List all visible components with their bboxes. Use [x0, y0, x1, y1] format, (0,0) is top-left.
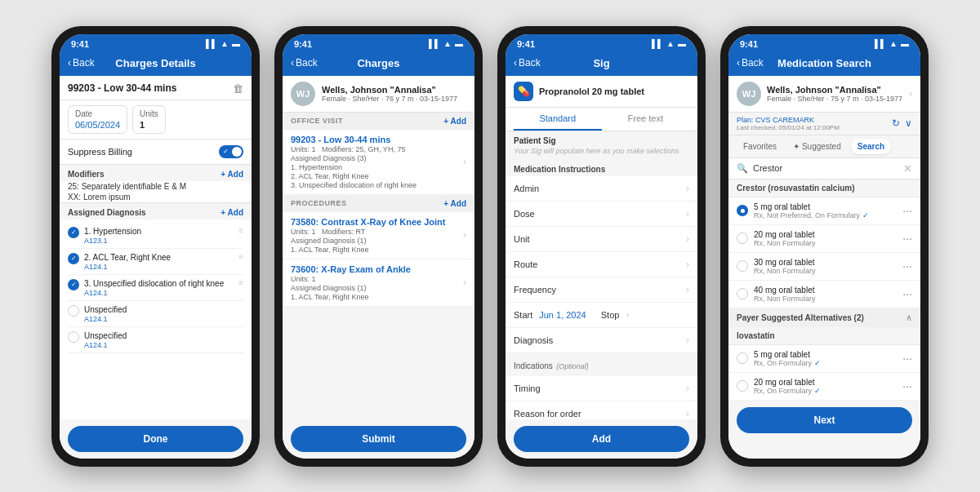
- sig-field-start-stop[interactable]: Start Jun 1, 2024 Stop ›: [506, 303, 697, 328]
- diag-check-3: [68, 305, 79, 317]
- payer-section: Payer Suggested Alternatives (2) ∧: [728, 308, 920, 327]
- nav-bar-1: ‹ Back Charges Details: [60, 52, 252, 76]
- patient-banner-2: WJ Wells, Johnson "Annalisa" Female · Sh…: [283, 76, 474, 113]
- status-bar-3: 9:41 ▌▌ ▲ ▬: [506, 34, 697, 52]
- charge-row-0[interactable]: 99203 - Low 30-44 mins Units: 1 Modifier…: [283, 130, 474, 195]
- drug-menu-0[interactable]: ···: [902, 204, 912, 217]
- back-button-1[interactable]: ‹ Back: [68, 57, 95, 69]
- charge-row-2[interactable]: 73600: X-Ray Exam of Ankle Units: 1 Assi…: [283, 259, 474, 307]
- tab-freetext[interactable]: Free text: [602, 108, 690, 131]
- phone1: 9:41 ▌▌ ▲ ▬ ‹ Back Charges Details 99203…: [51, 26, 260, 467]
- diag-check-1: ✓: [68, 253, 79, 264]
- status-time-4: 9:41: [740, 39, 758, 49]
- nav-title-1: Charges Details: [115, 57, 195, 69]
- phone3: 9:41 ▌▌ ▲ ▬ ‹ Back Sig 💊 Propranolol 20 …: [497, 26, 706, 467]
- status-bar-1: 9:41 ▌▌ ▲ ▬: [60, 34, 252, 52]
- drug-menu-2[interactable]: ···: [902, 259, 912, 273]
- patient-info-4: Wells, Johnson "Annalisa" Female · She/H…: [767, 85, 902, 103]
- clear-icon[interactable]: ✕: [903, 162, 912, 175]
- drug-menu-3[interactable]: ···: [902, 287, 912, 300]
- toggle-check-icon: ✓: [223, 148, 229, 155]
- payer-chevron[interactable]: ∧: [906, 312, 912, 323]
- units-box[interactable]: Units 1: [132, 105, 166, 134]
- back-chevron-2: ‹: [291, 57, 294, 69]
- status-time-1: 9:41: [71, 39, 89, 49]
- drug-radio-3: [737, 288, 748, 299]
- drug-radio-1: [737, 233, 748, 244]
- status-icons-1: ▌▌ ▲ ▬: [206, 39, 240, 48]
- suppress-toggle[interactable]: ✓: [219, 145, 243, 158]
- status-bar-4: 9:41 ▌▌ ▲ ▬: [728, 34, 920, 52]
- search-input-row[interactable]: 🔍 Crestor ✕: [728, 158, 920, 180]
- sig-field-diagnosis[interactable]: Diagnosis ›: [506, 328, 697, 353]
- signal-icon-4: ▌▌: [875, 39, 886, 48]
- diag-item-0[interactable]: ✓ 1. HypertensionA123.1 ≡: [68, 223, 243, 249]
- modifiers-add[interactable]: + Add: [220, 170, 243, 179]
- done-button[interactable]: Done: [68, 426, 243, 452]
- plan-row: Plan: CVS CAREMARK Last checked: 05/01/2…: [728, 113, 920, 135]
- office-add[interactable]: + Add: [443, 117, 466, 126]
- back-chevron-1: ‹: [68, 57, 71, 69]
- date-units-row: Date 06/05/2024 Units 1: [60, 100, 252, 140]
- date-box[interactable]: Date 06/05/2024: [68, 105, 127, 134]
- drug-menu-1[interactable]: ···: [902, 232, 912, 245]
- diag-check-2: ✓: [68, 279, 79, 290]
- diag-check-4: [68, 331, 79, 343]
- submit-button[interactable]: Submit: [291, 426, 466, 452]
- diag-item-2[interactable]: ✓ 3. Unspecified dislocation of right kn…: [68, 275, 243, 301]
- plan-icons: ↻ ∨: [892, 117, 912, 129]
- diagnosis-add[interactable]: + Add: [220, 208, 243, 217]
- stop-chevron: ›: [626, 309, 629, 321]
- diag-item-1[interactable]: ✓ 2. ACL Tear, Right KneeA124.1 ≡: [68, 249, 243, 275]
- search-input[interactable]: Crestor: [753, 163, 898, 173]
- status-time-2: 9:41: [294, 39, 312, 49]
- add-button[interactable]: Add: [514, 426, 689, 452]
- diag-item-4[interactable]: UnspecifiedA124.1: [68, 327, 243, 353]
- office-visit-header: OFFICE VISIT + Add: [283, 113, 474, 130]
- tab-standard[interactable]: Standard: [514, 108, 602, 131]
- next-button[interactable]: Next: [737, 407, 912, 433]
- refresh-icon[interactable]: ↻: [892, 117, 900, 129]
- tab-favorites[interactable]: Favorites: [737, 139, 783, 154]
- back-button-4[interactable]: ‹ Back: [737, 57, 764, 69]
- sig-field-reason[interactable]: Reason for order ›: [506, 401, 697, 419]
- drug-item-1[interactable]: 20 mg oral tablet Rx, Non Formulary ···: [728, 225, 920, 253]
- drug-item-5[interactable]: 20 mg oral tablet Rx, On Formulary ✓ ···: [728, 373, 920, 401]
- charges-title: 99203 - Low 30-44 mins: [68, 82, 176, 94]
- sig-field-admin[interactable]: Admin ›: [506, 176, 697, 202]
- avatar-2: WJ: [291, 82, 315, 106]
- battery-icon-1: ▬: [232, 39, 240, 48]
- back-button-3[interactable]: ‹ Back: [514, 57, 541, 69]
- back-button-2[interactable]: ‹ Back: [291, 57, 318, 69]
- search-icon-4: 🔍: [737, 163, 748, 174]
- wifi-icon-1: ▲: [220, 39, 229, 48]
- drug-menu-5[interactable]: ···: [902, 379, 912, 392]
- tab-search[interactable]: Search: [851, 139, 891, 154]
- back-chevron-4: ‹: [737, 57, 740, 69]
- tab-suggested[interactable]: ✦ Suggested: [786, 139, 848, 154]
- drug-group-2: lovastatin: [728, 327, 920, 345]
- charge-row-1[interactable]: 73580: Contrast X-Ray of Knee Joint Unit…: [283, 212, 474, 259]
- expand-icon[interactable]: ∨: [905, 117, 912, 129]
- battery-icon-2: ▬: [455, 39, 463, 48]
- diag-item-3[interactable]: UnspecifiedA124.1: [68, 301, 243, 327]
- drug-menu-4[interactable]: ···: [902, 352, 912, 365]
- route-chevron: ›: [686, 259, 689, 270]
- sig-field-route[interactable]: Route ›: [506, 252, 697, 277]
- procedures-add[interactable]: + Add: [443, 199, 466, 208]
- drug-item-3[interactable]: 40 mg oral tablet Rx, Non Formulary ···: [728, 281, 920, 308]
- drug-item-2[interactable]: 30 mg oral tablet Rx, Non Formulary ···: [728, 253, 920, 281]
- modifier-item-1: XX: Lorem ipsum: [60, 192, 252, 202]
- phone2: 9:41 ▌▌ ▲ ▬ ‹ Back Charges WJ Wells,: [274, 26, 483, 467]
- drug-item-0[interactable]: 5 mg oral tablet Rx, Not Preferred, On F…: [728, 197, 920, 225]
- drug-radio-5: [737, 380, 748, 392]
- sig-field-unit[interactable]: Unit ›: [506, 227, 697, 252]
- sig-field-timing[interactable]: Timing ›: [506, 376, 697, 401]
- dose-chevron: ›: [686, 208, 689, 219]
- sig-field-frequency[interactable]: Frequency ›: [506, 277, 697, 303]
- med-name: Propranolol 20 mg tablet: [539, 86, 644, 96]
- sig-field-dose[interactable]: Dose ›: [506, 202, 697, 227]
- procedures-header: PROCEDURES + Add: [283, 195, 474, 212]
- drug-item-4[interactable]: 5 mg oral tablet Rx, On Formulary ✓ ···: [728, 345, 920, 373]
- trash-icon[interactable]: 🗑: [233, 82, 243, 95]
